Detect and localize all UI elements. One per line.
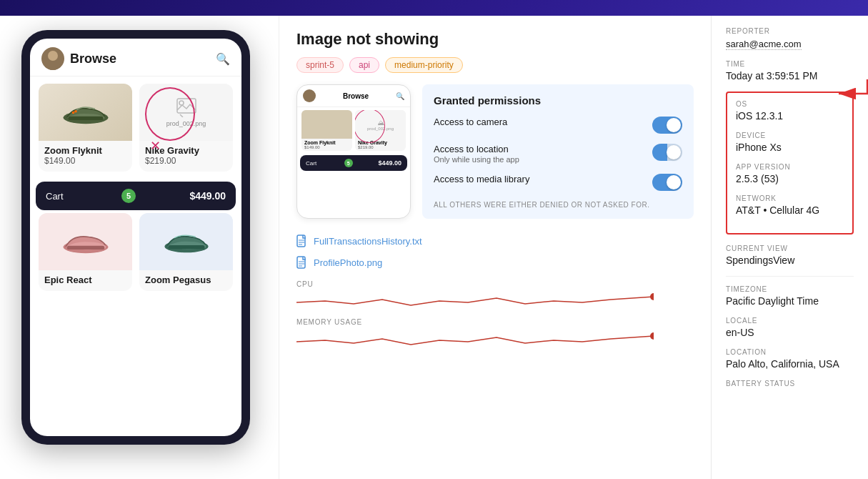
app-version-value: 2.5.3 (53) — [736, 173, 844, 184]
file-item-2[interactable]: ProfilePhoto.png — [296, 252, 694, 273]
svg-point-22 — [650, 332, 654, 340]
permissions-title: Granted permissions — [434, 94, 682, 107]
product-name-1: Zoom Flyknit — [44, 145, 126, 156]
svg-rect-3 — [68, 116, 103, 119]
product-label-1: Zoom Flyknit $149.00 — [39, 141, 132, 172]
locale-section: LOCALE en-US — [726, 317, 854, 338]
product-image-3 — [39, 213, 132, 270]
cart-badge: 5 — [121, 189, 136, 203]
device-value: iPhone Xs — [736, 142, 844, 153]
svg-point-4 — [71, 111, 74, 114]
search-icon[interactable]: 🔍 — [216, 52, 230, 66]
permission-row-camera: Access to camera — [434, 117, 682, 134]
svg-point-5 — [74, 110, 77, 113]
device-label: DEVICE — [736, 132, 844, 139]
network-label: NETWORK — [736, 194, 844, 202]
battery-label: BATTERY STATUS — [726, 380, 854, 387]
product-card-2: prod_002.png ✕ Nike Gravity $219.00 — [139, 84, 233, 172]
device-section: DEVICE iPhone Xs — [736, 132, 844, 153]
product-label-4: Zoom Pegasus — [139, 270, 233, 291]
phone-title: Browse — [70, 51, 116, 66]
svg-rect-12 — [168, 245, 204, 249]
app-version-label: APP VERSION — [736, 163, 844, 171]
cart-label: Cart — [46, 191, 64, 202]
tag-api[interactable]: api — [349, 57, 379, 73]
memory-chart-svg — [296, 327, 654, 353]
chart-area: CPU MEMORY USAGE — [296, 280, 694, 356]
permission-label-camera: Access to camera — [434, 117, 507, 127]
product-image-1 — [39, 84, 132, 141]
os-value: iOS 12.3.1 — [736, 110, 844, 122]
shoe-svg-pink — [61, 229, 111, 255]
locale-label: LOCALE — [726, 317, 854, 325]
memory-chart — [296, 327, 694, 356]
small-product-price-1: $149.00 — [304, 145, 349, 149]
tags: sprint-5 api medium-priority — [296, 57, 694, 73]
small-product-name-2: Nike Gravity — [358, 140, 403, 145]
product-card-3: Epic React — [39, 213, 132, 291]
os-section: OS iOS 12.3.1 — [736, 100, 844, 122]
permissions-panel: Granted permissions Access to camera Acc… — [422, 84, 694, 219]
svg-line-8 — [180, 114, 183, 117]
phone-mockup: Browse 🔍 — [21, 30, 250, 445]
small-product-1: Zoom Flyknit $149.00 — [301, 110, 352, 151]
right-sidebar: REPORTER sarah@acme.com TIME Today at 3:… — [711, 16, 868, 479]
location-section: LOCATION Palo Alto, California, USA — [726, 348, 854, 370]
small-browse-title: Browse — [343, 92, 369, 100]
bottom-products: Epic React — [30, 213, 241, 291]
reporter-section: REPORTER sarah@acme.com — [726, 27, 854, 50]
tag-medium[interactable]: medium-priority — [385, 57, 463, 73]
tag-sprint[interactable]: sprint-5 — [296, 57, 344, 73]
small-grid: Zoom Flyknit $149.00 ⛰ prod_002.png Nike… — [297, 107, 410, 154]
cart-total: $449.00 — [189, 190, 226, 202]
svg-rect-17 — [297, 257, 305, 268]
small-product-img-2: ⛰ prod_002.png — [355, 110, 406, 139]
small-cart-label: Cart — [306, 160, 316, 167]
product-name-3: Epic React — [44, 275, 126, 285]
current-view-label: CURRENT VIEW — [726, 245, 854, 252]
divider-1 — [726, 276, 854, 277]
phone-section: Browse 🔍 — [0, 16, 279, 479]
product-image-4 — [139, 213, 233, 270]
svg-rect-10 — [66, 245, 104, 249]
top-bar — [0, 0, 868, 16]
file-item-1[interactable]: FullTransactionsHistory.txt — [296, 230, 694, 252]
cart-bar[interactable]: Cart 5 $449.00 — [36, 182, 236, 210]
svg-point-21 — [650, 293, 654, 300]
cpu-chart — [296, 290, 694, 318]
file-name-1: FullTransactionsHistory.txt — [314, 236, 422, 247]
broken-filename: prod_002.png — [166, 120, 206, 127]
small-product-name-1: Zoom Flyknit — [304, 140, 349, 145]
battery-section: BATTERY STATUS — [726, 380, 854, 387]
file-icon-1 — [296, 234, 308, 247]
small-product-info-1: Zoom Flyknit $149.00 — [301, 139, 352, 151]
timezone-label: TIMEZONE — [726, 285, 854, 293]
permission-row-media: Access to media library — [434, 174, 682, 191]
file-icon-2 — [296, 256, 308, 269]
permission-label-location: Access to location Only while using the … — [434, 144, 519, 164]
small-product-2: ⛰ prod_002.png Nike Gravity $219.00 — [355, 110, 406, 151]
toggle-location[interactable] — [652, 144, 682, 161]
reporter-value: sarah@acme.com — [726, 39, 802, 50]
broken-image-svg — [176, 97, 197, 117]
time-label: TIME — [726, 60, 854, 68]
memory-label: MEMORY USAGE — [296, 318, 694, 326]
app-version-section: APP VERSION 2.5.3 (53) — [736, 163, 844, 184]
small-phone-container: Browse 🔍 Zoom Flyknit $149.00 — [296, 84, 694, 219]
files-section: FullTransactionsHistory.txt ProfilePhoto… — [296, 230, 694, 273]
small-product-price-2: $219.00 — [358, 145, 403, 149]
svg-point-1 — [45, 61, 61, 70]
x-mark: ✕ — [150, 138, 161, 154]
time-section: TIME Today at 3:59:51 PM — [726, 60, 854, 82]
permission-row-location: Access to location Only while using the … — [434, 144, 682, 164]
svg-rect-13 — [297, 235, 305, 247]
product-grid: Zoom Flyknit $149.00 — [30, 76, 241, 179]
toggle-media[interactable] — [652, 174, 682, 191]
current-view-value: SpendingsView — [726, 255, 854, 266]
issue-title: Image not showing — [296, 30, 694, 49]
timezone-section: TIMEZONE Pacific Daylight Time — [726, 285, 854, 307]
file-name-2: ProfilePhoto.png — [314, 257, 382, 268]
small-search-icon: 🔍 — [396, 92, 404, 100]
small-cart-price: $449.00 — [378, 159, 401, 167]
toggle-camera[interactable] — [652, 117, 682, 134]
